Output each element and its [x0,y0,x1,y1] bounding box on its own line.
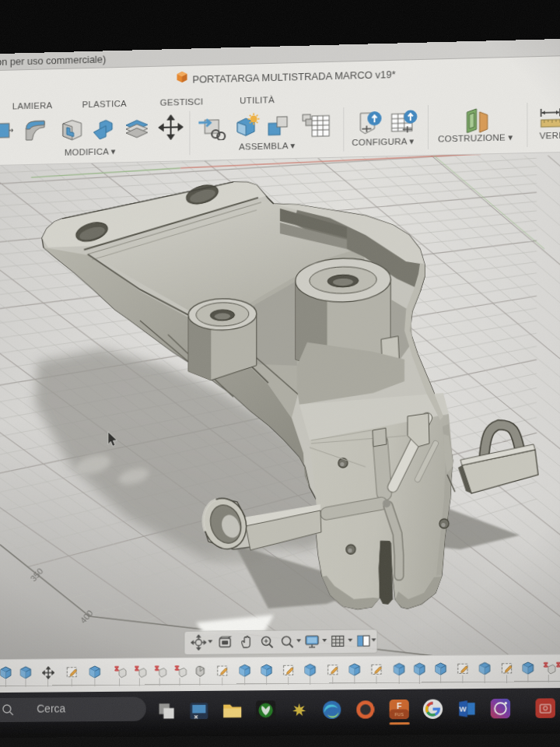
svg-text:400: 400 [79,608,95,626]
svg-text:FUS: FUS [394,712,404,717]
svg-text:F: F [397,700,402,710]
svg-text:W: W [459,705,466,714]
